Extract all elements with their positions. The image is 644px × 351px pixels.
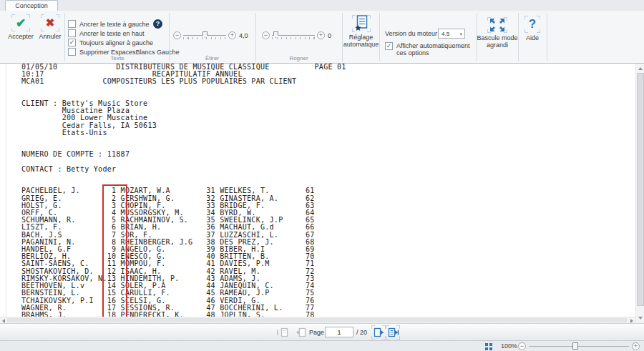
checkbox-box[interactable]: ✓ <box>385 42 393 50</box>
rogner-plus-button[interactable]: + <box>317 31 325 39</box>
help-icon[interactable]: ? <box>153 19 162 29</box>
group-label-rogner: Rogner <box>255 55 342 61</box>
scroll-up-icon[interactable] <box>638 67 643 70</box>
zoom-slider-thumb[interactable] <box>572 342 578 350</box>
group-separator <box>255 13 256 61</box>
group-label-texte: Texte <box>66 55 169 61</box>
previous-page-icon <box>295 327 307 338</box>
page-edge <box>6 64 6 317</box>
group-separator <box>169 13 170 61</box>
checkbox-box[interactable]: ✓ <box>68 39 76 46</box>
chevron-down-icon: ▾ <box>459 29 462 39</box>
etirer-slider-ticks <box>183 37 226 39</box>
horizontal-scrollbar-thumb[interactable] <box>7 318 627 322</box>
vertical-scrollbar[interactable] <box>635 64 644 323</box>
zoom-level-label: 100% <box>501 342 517 350</box>
page-number-input[interactable] <box>325 327 353 337</box>
checkbox-label: Afficher automatiquement ces options <box>396 42 477 56</box>
zoom-out-button[interactable]: − <box>518 342 526 350</box>
checkbox-label: Ancrer le texte en haut <box>79 30 145 37</box>
status-bar: 100% − + <box>0 340 644 351</box>
rogner-minus-button[interactable]: − <box>262 31 270 39</box>
question-mark-icon: ? <box>529 17 536 31</box>
checkbox-always-align-left[interactable]: ✓ Toujours aligner à gauche <box>68 39 153 46</box>
red-highlight-box <box>102 184 127 317</box>
accept-button[interactable]: ✔ Accepter <box>4 14 37 40</box>
horizontal-scrollbar[interactable] <box>0 317 635 323</box>
tab-conception[interactable]: Conception <box>5 0 58 11</box>
aide-button[interactable]: ? Aide <box>518 16 547 41</box>
group-separator <box>379 13 380 61</box>
etirer-plus-button[interactable]: + <box>228 31 236 39</box>
zoom-in-button[interactable]: + <box>632 342 640 350</box>
rogner-slider-ticks <box>272 37 315 39</box>
rogner-slider-track[interactable] <box>272 35 315 36</box>
previous-page-button[interactable] <box>293 325 308 340</box>
auto-adjust-button[interactable]: Réglage automatique <box>343 15 379 48</box>
cancel-button[interactable]: ✖ Annuler <box>36 14 64 40</box>
scroll-down-icon[interactable] <box>638 317 643 320</box>
red-cross-icon: ✖ <box>46 16 55 29</box>
checkbox-anchor-left[interactable]: Ancrer le texte à gauche <box>68 20 150 28</box>
checkbox-box[interactable] <box>68 20 76 28</box>
next-page-icon <box>373 327 385 338</box>
page-total-label: / 20 <box>356 329 367 336</box>
etirer-value: 4,0 <box>239 32 248 39</box>
last-page-icon <box>387 327 399 338</box>
last-page-button[interactable] <box>386 325 400 340</box>
app-window: Conception ✔ Accepter ✖ Annuler Ancrer l… <box>0 0 644 351</box>
vertical-scrollbar-thumb[interactable] <box>637 73 644 306</box>
engine-version-value: 4.5 <box>441 31 449 37</box>
zoom-slider-track[interactable] <box>529 346 629 347</box>
next-page-button[interactable] <box>371 325 386 340</box>
tab-bar: Conception <box>0 0 644 11</box>
page-label: Page <box>309 329 324 336</box>
report-text: 01/05/10 DISTRIBUTEURS DE MUSIQUE CLASSI… <box>21 64 346 317</box>
etirer-minus-button[interactable]: − <box>173 31 181 39</box>
pager-bar: Page / 20 <box>0 323 644 340</box>
document-star-icon <box>354 15 369 32</box>
ribbon-toolbar: ✔ Accepter ✖ Annuler Ancrer le texte à g… <box>0 11 644 64</box>
toggle-enlarged-mode-label: Bascule mode agrandi <box>477 34 518 49</box>
first-page-button[interactable] <box>275 325 289 340</box>
rogner-value: 0 <box>328 32 331 39</box>
checkbox-label: Supprimer EspacesBlancs Gauche <box>79 49 180 56</box>
engine-version-select[interactable]: 4.5 ▾ <box>438 29 465 39</box>
group-separator <box>547 13 547 61</box>
report-preview-area[interactable]: 01/05/10 DISTRIBUTEURS DE MUSIQUE CLASSI… <box>0 64 635 317</box>
first-page-icon <box>276 327 288 338</box>
checkbox-label: Toujours aligner à gauche <box>79 39 153 46</box>
group-label-etirer: Étirer <box>169 55 255 61</box>
checkbox-box[interactable] <box>68 29 76 37</box>
cancel-label: Annuler <box>39 33 61 40</box>
group-separator <box>64 13 65 61</box>
expand-arrows-icon <box>489 18 505 32</box>
actual-size-icon[interactable] <box>485 343 492 350</box>
aide-label: Aide <box>526 34 539 41</box>
engine-version-label: Version du moteur : <box>385 30 441 37</box>
checkbox-show-options[interactable]: ✓ Afficher automatiquement ces options <box>385 42 477 56</box>
toggle-enlarged-mode-button[interactable]: Bascule mode agrandi <box>477 17 518 49</box>
checkbox-label: Ancrer le texte à gauche <box>79 21 150 28</box>
auto-adjust-label: Réglage automatique <box>343 34 379 48</box>
checkbox-anchor-top[interactable]: Ancrer le texte en haut <box>68 29 145 37</box>
accept-label: Accepter <box>8 33 34 40</box>
green-check-icon: ✔ <box>16 16 26 31</box>
